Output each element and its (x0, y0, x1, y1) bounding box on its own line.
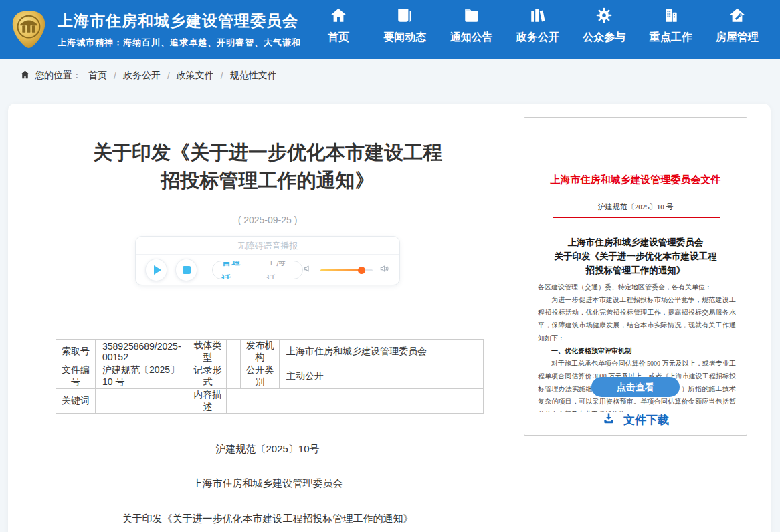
nav-item-news[interactable]: 要闻动态 (383, 7, 426, 45)
gear-icon (595, 7, 613, 27)
nav-item-notices[interactable]: 通知公告 (450, 7, 493, 45)
meta-label-doc-number: 文件编号 (56, 364, 96, 389)
content-card: 关于印发《关于进一步优化本市建设工程招投标管理工作的通知》 ( 2025-09-… (8, 104, 771, 532)
audio-player-title: 无障碍语音播报 (136, 237, 399, 255)
volume-slider-thumb[interactable] (358, 267, 365, 274)
table-row: 索取号 3589258689/2025-00152 载体类型 发布机构 上海市住… (56, 340, 484, 364)
document-meta-table: 索取号 3589258689/2025-00152 载体类型 发布机构 上海市住… (56, 339, 484, 414)
download-icon (602, 412, 623, 428)
meta-value-doc-number: 沪建规范〔2025〕10 号 (96, 364, 189, 389)
lang-option-shanghainese[interactable]: 上海话 (258, 261, 302, 279)
meta-label-content-desc: 内容描述 (189, 389, 227, 414)
brand-block: 上海市住房和城乡建设管理委员会 上海城市精神：海纳百川、追求卓越、开明睿智、大气… (58, 11, 301, 49)
meta-value-carrier-type (227, 340, 241, 364)
meta-value-index-no: 3589258689/2025-00152 (96, 340, 189, 364)
lang-option-mandarin[interactable]: 普通话 (213, 261, 257, 279)
nav-label: 要闻动态 (383, 31, 426, 45)
nav-label: 房屋管理 (716, 31, 759, 45)
article-org-line: 上海市住房和城乡建设管理委员会 (43, 477, 492, 490)
nav-item-home[interactable]: 首页 (317, 7, 360, 45)
breadcrumb-gov-info[interactable]: 政务公开 (123, 70, 161, 82)
nav-label: 重点工作 (650, 31, 692, 45)
stop-button[interactable] (175, 259, 197, 281)
nav-item-housing[interactable]: 房屋管理 (716, 7, 759, 45)
preview-paragraph: 为进一步促进本市建设工程招投标市场公平竞争，规范建设工程招投标活动，优化完善招投… (538, 293, 736, 344)
preview-salutation: 各区建设管理（交通）委、特定地区管委会，各有关单位： (538, 281, 736, 293)
table-row: 关键词 内容描述 (56, 389, 484, 414)
volume-slider[interactable] (320, 269, 373, 271)
play-icon (154, 265, 161, 275)
breadcrumb-prefix: 您的位置： (35, 70, 82, 82)
meta-label-record-form: 记录形式 (189, 364, 227, 389)
article-subject-line: 关于印发《关于进一步优化本市建设工程招投标管理工作的通知》 (43, 513, 492, 525)
site-header: 上海市住房和城乡建设管理委员会 上海城市精神：海纳百川、追求卓越、开明睿智、大气… (0, 0, 780, 59)
volume-high-icon (379, 263, 390, 277)
home-icon (330, 7, 347, 27)
breadcrumb-policy-files[interactable]: 政策文件 (177, 70, 214, 82)
download-label: 文件下载 (623, 412, 669, 428)
meta-label-index-no: 索取号 (56, 340, 96, 364)
main-nav: 首页 要闻动态 通知公告 政务公开 (317, 7, 759, 45)
meta-value-record-form (227, 364, 241, 389)
section-divider (43, 305, 492, 305)
breadcrumb-separator: / (114, 70, 116, 81)
view-document-button[interactable]: 点击查看 (591, 377, 680, 397)
breadcrumb-separator: / (221, 70, 223, 81)
nav-label: 首页 (328, 31, 349, 45)
preview-doc-title: 上海市住房和城乡建设管理委员会 关于印发《关于进一步优化本市建设工程 招投标管理… (524, 235, 747, 277)
site-logo (8, 9, 50, 50)
publish-date: ( 2025-09-25 ) (43, 215, 492, 225)
news-icon (396, 7, 413, 27)
nav-item-participation[interactable]: 公众参与 (583, 7, 625, 45)
meta-label-carrier-type: 载体类型 (189, 340, 227, 364)
preview-red-line (553, 217, 720, 218)
meta-value-disclosure-type: 主动公开 (280, 364, 484, 389)
preview-red-header: 上海市住房和城乡建设管理委员会文件 (524, 174, 747, 186)
breadcrumb-separator: / (167, 70, 170, 81)
house-tools-icon (728, 7, 746, 27)
accessibility-audio-player: 无障碍语音播报 普通话 上海话 (135, 236, 400, 285)
meta-value-keywords (96, 389, 189, 414)
play-button[interactable] (145, 259, 167, 281)
stop-icon (183, 266, 191, 274)
breadcrumb-home[interactable]: 首页 (88, 70, 107, 82)
article-doc-number: 沪建规范〔2025〕10号 (43, 443, 492, 456)
books-icon (529, 7, 547, 27)
preview-doc-number: 沪建规范〔2025〕10 号 (524, 202, 747, 212)
language-toggle: 普通话 上海话 (212, 261, 303, 279)
volume-control (303, 263, 390, 277)
document-preview-panel: 上海市住房和城乡建设管理委员会文件 沪建规范〔2025〕10 号 上海市住房和城… (524, 117, 747, 436)
home-small-icon (20, 70, 35, 82)
breadcrumb-normative-files[interactable]: 规范性文件 (230, 70, 277, 82)
meta-label-issuing-org: 发布机构 (241, 340, 280, 364)
volume-low-icon (303, 263, 314, 277)
nav-item-key-work[interactable]: 重点工作 (650, 7, 692, 45)
nav-label: 通知公告 (450, 31, 493, 45)
nav-item-gov-info[interactable]: 政务公开 (516, 7, 559, 45)
meta-label-keywords: 关键词 (56, 389, 96, 414)
nav-label: 政务公开 (516, 31, 559, 45)
audio-player-controls: 普通话 上海话 (136, 255, 399, 285)
preview-section-heading: 一、优化资格预审评审机制 (538, 344, 736, 357)
site-slogan: 上海城市精神：海纳百川、追求卓越、开明睿智、大气谦和 (58, 37, 301, 49)
site-title: 上海市住房和城乡建设管理委员会 (58, 11, 301, 31)
meta-value-issuing-org: 上海市住房和城乡建设管理委员会 (280, 340, 484, 364)
building-icon (662, 7, 680, 27)
folder-icon (463, 7, 480, 27)
breadcrumb: 您的位置： 首页 / 政务公开 / 政策文件 / 规范性文件 (20, 70, 277, 82)
meta-value-content-desc (227, 389, 484, 414)
table-row: 文件编号 沪建规范〔2025〕10 号 记录形式 公开类别 主动公开 (56, 364, 484, 389)
page-title: 关于印发《关于进一步优化本市建设工程招投标管理工作的通知》 (43, 138, 492, 194)
nav-label: 公众参与 (583, 31, 625, 45)
file-download-link[interactable]: 文件下载 (524, 412, 747, 428)
meta-label-disclosure-type: 公开类别 (241, 364, 280, 389)
